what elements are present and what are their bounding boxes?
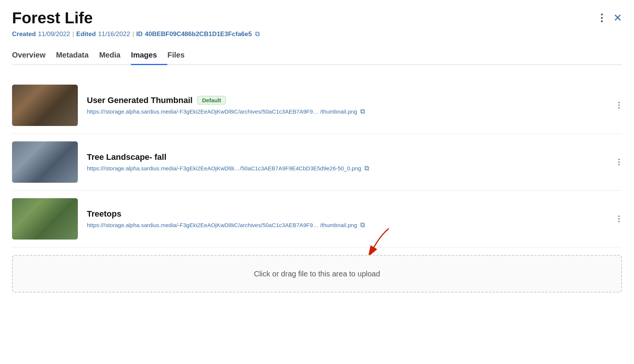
image-url-text: https:///storage.alpha.sardius.media/-F3… — [87, 108, 357, 115]
image-name: User Generated Thumbnail — [87, 96, 193, 105]
copy-url-icon[interactable]: ⧉ — [364, 164, 369, 172]
image-info: User Generated Thumbnail Default https:/… — [87, 96, 607, 115]
image-thumbnail — [12, 141, 78, 183]
default-badge: Default — [197, 96, 226, 105]
image-name-row: Treetops — [87, 209, 607, 219]
copy-id-icon[interactable]: ⧉ — [255, 30, 260, 38]
created-label: Created — [12, 30, 36, 38]
edited-date: 11/16/2022 — [98, 30, 130, 38]
separator-1: | — [72, 30, 74, 38]
upload-label: Click or drag file to this area to uploa… — [254, 270, 380, 278]
list-item: Treetops https:///storage.alpha.sardius.… — [12, 191, 622, 247]
image-url-text: https:///storage.alpha.sardius.media/-F3… — [87, 222, 357, 228]
item-actions — [616, 156, 622, 168]
item-more-button[interactable] — [616, 213, 622, 224]
image-thumbnail — [12, 85, 78, 126]
image-info: Tree Landscape- fall https:///storage.al… — [87, 152, 607, 172]
image-name-row: Tree Landscape- fall — [87, 152, 607, 162]
image-info: Treetops https:///storage.alpha.sardius.… — [87, 209, 607, 229]
item-more-button[interactable] — [616, 100, 622, 111]
tab-metadata[interactable]: Metadata — [56, 47, 99, 65]
copy-url-icon[interactable]: ⧉ — [360, 221, 365, 229]
image-list: User Generated Thumbnail Default https:/… — [12, 77, 622, 247]
created-date: 11/09/2022 — [38, 30, 70, 38]
list-item: Tree Landscape- fall https:///storage.al… — [12, 134, 622, 191]
item-actions — [616, 100, 622, 111]
separator-2: | — [132, 30, 134, 38]
image-name: Treetops — [87, 209, 121, 219]
image-thumbnail — [12, 198, 78, 240]
item-more-button[interactable] — [616, 156, 622, 168]
edited-label: Edited — [76, 30, 96, 38]
more-options-button[interactable] — [598, 12, 606, 24]
image-url-text: https:///storage.alpha.sardius.media/-F3… — [87, 165, 361, 171]
id-label: ID — [136, 30, 143, 38]
tab-images[interactable]: Images — [131, 47, 167, 65]
tab-media[interactable]: Media — [99, 47, 131, 65]
image-url: https:///storage.alpha.sardius.media/-F3… — [87, 221, 607, 229]
meta-row: Created 11/09/2022 | Edited 11/16/2022 |… — [12, 30, 622, 38]
item-actions — [616, 213, 622, 224]
tab-overview[interactable]: Overview — [12, 47, 56, 65]
tab-files[interactable]: Files — [167, 47, 195, 65]
close-button[interactable]: ✕ — [613, 13, 622, 23]
page-header: Forest Life ✕ — [12, 9, 622, 27]
page-title: Forest Life — [12, 9, 93, 27]
upload-area[interactable]: Click or drag file to this area to uploa… — [12, 255, 622, 293]
list-item: User Generated Thumbnail Default https:/… — [12, 77, 622, 134]
image-name: Tree Landscape- fall — [87, 152, 167, 162]
copy-url-icon[interactable]: ⧉ — [360, 108, 365, 115]
image-name-row: User Generated Thumbnail Default — [87, 96, 607, 105]
image-url: https:///storage.alpha.sardius.media/-F3… — [87, 108, 607, 115]
id-value: 40BEBF09C486b2CB1D1E3Fcfa6e5 — [145, 30, 252, 38]
image-url: https:///storage.alpha.sardius.media/-F3… — [87, 164, 607, 172]
header-actions: ✕ — [598, 12, 622, 24]
tabs-nav: Overview Metadata Media Images Files — [12, 47, 622, 65]
